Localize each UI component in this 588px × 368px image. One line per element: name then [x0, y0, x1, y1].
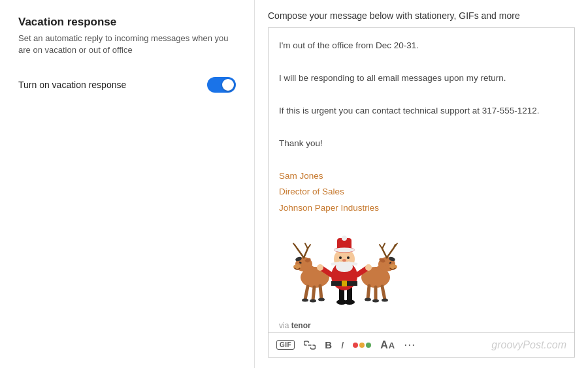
- color-dot-green: [366, 343, 371, 348]
- svg-point-56: [339, 256, 342, 259]
- svg-line-12: [313, 287, 314, 300]
- gif-icon: GIF: [276, 340, 295, 350]
- watermark: groovyPost.com: [491, 339, 566, 351]
- compose-content[interactable]: I'm out of the office from Dec 20-31. I …: [269, 28, 574, 332]
- message-line-blank-3: [279, 120, 564, 135]
- color-dot-orange: [359, 343, 365, 348]
- font-size-big-a: A: [380, 339, 388, 351]
- color-picker-button[interactable]: [353, 343, 371, 348]
- font-size-small-a: A: [389, 341, 395, 350]
- via-text: via: [279, 321, 289, 330]
- right-panel: Compose your message below with statione…: [255, 0, 588, 368]
- signature-name: Sam Jones: [279, 169, 564, 184]
- color-dots: [353, 343, 371, 348]
- tenor-text: tenor: [291, 321, 311, 330]
- more-options-button[interactable]: ···: [404, 338, 416, 352]
- bold-button[interactable]: B: [325, 339, 332, 350]
- svg-point-53: [334, 248, 355, 253]
- svg-line-13: [320, 286, 321, 299]
- svg-point-34: [372, 299, 379, 303]
- svg-rect-45: [342, 281, 347, 286]
- compose-header: Compose your message below with statione…: [268, 10, 575, 21]
- message-thank-you: Thank you!: [279, 136, 564, 151]
- svg-point-16: [318, 298, 325, 301]
- svg-point-35: [382, 299, 388, 302]
- message-line-3: If this is urgent you can contact techni…: [279, 104, 564, 119]
- svg-point-58: [342, 259, 346, 262]
- gif-container: [279, 224, 564, 314]
- svg-point-15: [310, 299, 316, 303]
- svg-point-54: [342, 236, 347, 241]
- color-dot-red: [353, 343, 358, 348]
- toggle-label: Turn on vacation response: [18, 80, 126, 90]
- link-icon: [304, 341, 316, 350]
- svg-line-30: [368, 286, 369, 299]
- svg-point-14: [302, 299, 308, 302]
- gif-button[interactable]: GIF: [276, 340, 295, 350]
- svg-point-48: [317, 264, 323, 271]
- svg-point-42: [344, 299, 355, 305]
- signature-title: Director of Sales: [279, 185, 564, 200]
- svg-point-49: [365, 264, 372, 271]
- message-line-2: I will be responding to all email messag…: [279, 71, 564, 86]
- christmas-gif: [279, 224, 410, 309]
- italic-button[interactable]: I: [341, 339, 344, 350]
- toggle-row: Turn on vacation response: [18, 77, 236, 93]
- section-description: Set an automatic reply to incoming messa…: [18, 33, 236, 56]
- link-button[interactable]: [304, 341, 316, 350]
- signature-company: Johnson Paper Industries: [279, 201, 564, 216]
- svg-point-33: [365, 298, 371, 301]
- compose-toolbar: GIF B I A A: [269, 332, 574, 357]
- svg-point-57: [347, 256, 350, 259]
- font-size-button[interactable]: A A: [380, 339, 395, 351]
- message-line-1: I'm out of the office from Dec 20-31.: [279, 38, 564, 54]
- left-panel: Vacation response Set an automatic reply…: [0, 0, 255, 368]
- compose-box: I'm out of the office from Dec 20-31. I …: [268, 27, 575, 358]
- message-line-blank-2: [279, 87, 564, 102]
- message-line-blank-4: [279, 153, 564, 168]
- section-title: Vacation response: [18, 16, 236, 29]
- vacation-response-toggle[interactable]: [207, 77, 236, 93]
- message-line-blank-1: [279, 55, 564, 70]
- via-tenor-label: via tenor: [279, 319, 564, 332]
